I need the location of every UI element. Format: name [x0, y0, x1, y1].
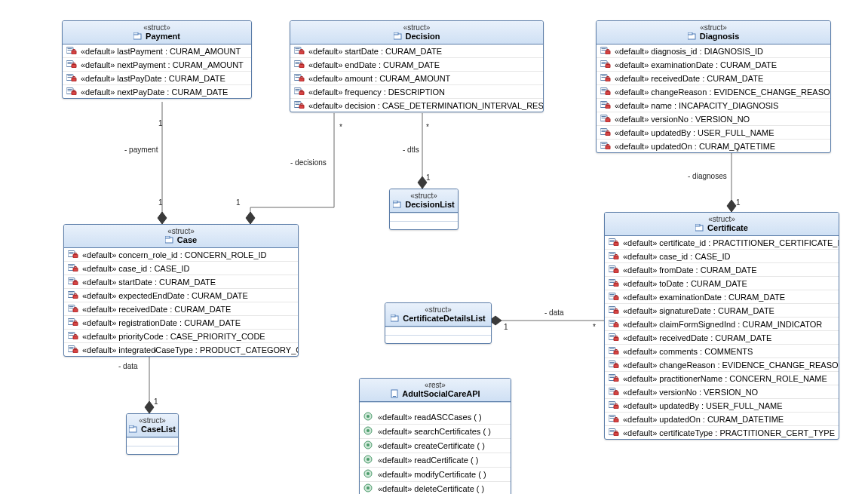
- operation-row[interactable]: «default» modifyCertificate ( ): [360, 467, 511, 481]
- svg-rect-89: [602, 130, 606, 130]
- attribute-text: «default» nextPayment : CURAM_AMOUNT: [81, 60, 244, 69]
- attribute-row[interactable]: «default» nextPayDate : CURAM_DATE: [63, 84, 251, 98]
- attribute-text: «default» signatureDate : CURAM_DATE: [623, 306, 774, 315]
- attribute-row[interactable]: «default» fromDate : CURAM_DATE: [605, 262, 839, 276]
- attribute-row[interactable]: «default» claimFormSignedInd : CURAM_IND…: [605, 317, 839, 330]
- operation-row[interactable]: «default» createCertificate ( ): [360, 438, 511, 453]
- operation-row[interactable]: «default» deleteCertificate ( ): [360, 481, 511, 494]
- class-decisionlist[interactable]: «struct» DecisionList: [389, 189, 459, 230]
- operation-row[interactable]: «default» readASCCases ( ): [360, 410, 511, 424]
- class-diagnosis[interactable]: «struct» Diagnosis «default» diagnosis_i…: [596, 20, 831, 153]
- attribute-row[interactable]: «default» practitionerName : CONCERN_ROL…: [605, 371, 839, 385]
- attribute-row[interactable]: «default» concern_role_id : CONCERN_ROLE…: [64, 248, 298, 261]
- attr-list: «default» startDate : CURAM_DATE«default…: [290, 44, 543, 112]
- attribute-row[interactable]: «default» case_id : CASE_ID: [605, 249, 839, 262]
- class-certdetailslist[interactable]: «struct» CertificateDetailsList: [385, 302, 492, 344]
- attribute-row[interactable]: «default» updatedOn : CURAM_DATETIME: [597, 139, 830, 152]
- attribute-row[interactable]: «default» endDate : CURAM_DATE: [290, 57, 543, 71]
- mult-dtls-star: *: [426, 123, 429, 131]
- stereotype: «struct»: [600, 23, 827, 32]
- attribute-row[interactable]: «default» certificate_id : PRACTITIONER_…: [605, 236, 839, 249]
- stereotype: «rest»: [363, 381, 508, 389]
- attribute-row[interactable]: «default» updatedBy : USER_FULL_NAME: [597, 125, 830, 139]
- class-header: «struct» Certificate: [605, 213, 839, 236]
- attribute-row[interactable]: «default» integratedCaseType : PRODUCT_C…: [64, 342, 298, 356]
- svg-rect-75: [602, 91, 606, 91]
- attribute-row[interactable]: «default» frequency : DESCRIPTION: [290, 84, 543, 98]
- mult-dtls-1: 1: [426, 173, 431, 182]
- class-caselist[interactable]: «struct» CaseList: [126, 413, 179, 455]
- svg-rect-196: [610, 377, 615, 378]
- svg-rect-139: [69, 348, 74, 349]
- class-payment[interactable]: «struct» Payment «default» lastPayment :…: [62, 20, 252, 99]
- svg-point-232: [367, 458, 370, 461]
- class-name: DecisionList: [393, 200, 455, 209]
- empty-ops: [385, 335, 491, 343]
- attribute-row[interactable]: «default» priorityCode : CASE_PRIORITY_C…: [64, 329, 298, 342]
- attribute-row[interactable]: «default» updatedBy : USER_FULL_NAME: [605, 398, 839, 412]
- class-decision[interactable]: «struct» Decision «default» startDate : …: [290, 20, 544, 112]
- svg-rect-16: [68, 63, 72, 64]
- attribute-row[interactable]: «default» startDate : CURAM_DATE: [64, 275, 298, 288]
- attribute-row[interactable]: «default» lastPayment : CURAM_AMOUNT: [63, 44, 251, 57]
- operation-text: «default» modifyCertificate ( ): [378, 470, 486, 479]
- stereotype: «struct»: [393, 192, 455, 200]
- attribute-row[interactable]: «default» examinationDate : CURAM_DATE: [597, 57, 830, 71]
- stereotype: «struct»: [66, 23, 248, 32]
- attribute-row[interactable]: «default» startDate : CURAM_DATE: [290, 44, 543, 57]
- operation-row[interactable]: «default» searchCertificates ( ): [360, 424, 511, 438]
- attribute-text: «default» updatedBy : USER_FULL_NAME: [615, 128, 774, 137]
- attribute-row[interactable]: «default» changeReason : EVIDENCE_CHANGE…: [605, 357, 839, 371]
- class-header: «struct» Diagnosis: [597, 21, 830, 44]
- attribute-row[interactable]: «default» expectedEndDate : CURAM_DATE: [64, 288, 298, 302]
- class-api[interactable]: «rest» AdultSocialCareAPI «default» read…: [359, 378, 511, 494]
- class-certificate[interactable]: «struct» Certificate «default» certifica…: [604, 212, 839, 440]
- attribute-icon: [294, 100, 305, 110]
- attribute-row[interactable]: «default» toDate : CURAM_DATE: [605, 276, 839, 290]
- attribute-icon: [294, 46, 305, 56]
- mult-decisions-1: 1: [236, 198, 241, 207]
- attribute-row[interactable]: «default» name : INCAPACITY_DIAGNOSIS: [597, 98, 830, 112]
- svg-rect-90: [602, 131, 606, 132]
- attribute-row[interactable]: «default» registrationDate : CURAM_DATE: [64, 315, 298, 329]
- attribute-row[interactable]: «default» certificateType : PRACTITIONER…: [605, 425, 839, 439]
- attribute-text: «default» examinationDate : CURAM_DATE: [623, 293, 785, 302]
- attribute-row[interactable]: «default» updatedOn : CURAM_DATETIME: [605, 412, 839, 425]
- attribute-row[interactable]: «default» versionNo : VERSION_NO: [605, 385, 839, 398]
- operation-row[interactable]: «default» readCertificate ( ): [360, 453, 511, 467]
- attribute-row[interactable]: «default» amount : CURAM_AMOUNT: [290, 71, 543, 84]
- svg-rect-205: [610, 403, 615, 403]
- svg-rect-185: [610, 348, 615, 349]
- attribute-icon: [609, 265, 619, 275]
- attribute-row[interactable]: «default» lastPayDate : CURAM_DATE: [63, 71, 251, 84]
- attribute-icon: [68, 331, 78, 341]
- attribute-icon: [609, 360, 619, 370]
- attribute-row[interactable]: «default» examinationDate : CURAM_DATE: [605, 290, 839, 303]
- attribute-text: «default» priorityCode : CASE_PRIORITY_C…: [82, 332, 265, 341]
- attribute-row[interactable]: «default» versionNo : VERSION_NO: [597, 112, 830, 125]
- svg-rect-47: [296, 89, 300, 90]
- svg-rect-84: [602, 116, 606, 117]
- attribute-row[interactable]: «default» comments : COMMENTS: [605, 344, 839, 357]
- attribute-row[interactable]: «default» changeReason : EVIDENCE_CHANGE…: [597, 84, 830, 98]
- svg-rect-15: [68, 62, 72, 63]
- attribute-row[interactable]: «default» nextPayment : CURAM_AMOUNT: [63, 57, 251, 71]
- role-certdata: - data: [544, 308, 564, 317]
- attribute-row[interactable]: «default» receivedDate : CURAM_DATE: [64, 302, 298, 315]
- attribute-icon: [600, 141, 611, 151]
- attr-list: «default» diagnosis_id : DIAGNOSIS_ID«de…: [597, 44, 830, 152]
- attribute-row[interactable]: «default» receivedDate : CURAM_DATE: [597, 71, 830, 84]
- attribute-row[interactable]: «default» signatureDate : CURAM_DATE: [605, 303, 839, 317]
- attribute-row[interactable]: «default» case_id : CASE_ID: [64, 261, 298, 275]
- svg-rect-119: [69, 294, 74, 295]
- class-case[interactable]: «struct» Case «default» concern_role_id …: [63, 224, 299, 357]
- role-casedata: - data: [118, 362, 138, 370]
- empty-attrs: [390, 213, 458, 221]
- attribute-row[interactable]: «default» decision : CASE_DETERMINATION_…: [290, 98, 543, 112]
- class-name-text: Diagnosis: [700, 32, 740, 41]
- class-header: «struct» DecisionList: [390, 189, 458, 213]
- svg-rect-200: [610, 389, 615, 390]
- attribute-row[interactable]: «default» receivedDate : CURAM_DATE: [605, 330, 839, 344]
- class-name: Payment: [66, 32, 248, 41]
- attribute-row[interactable]: «default» diagnosis_id : DIAGNOSIS_ID: [597, 44, 830, 57]
